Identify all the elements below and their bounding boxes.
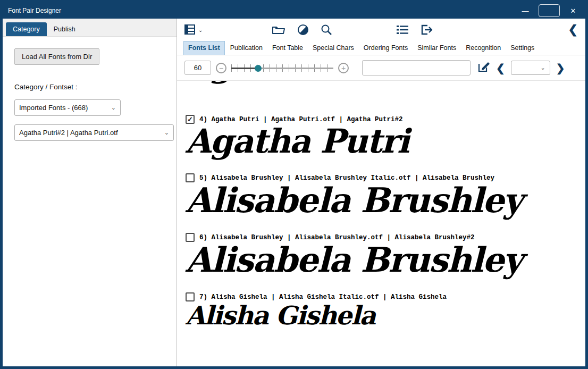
font-list-item: ✓ 4) Agatha Putri | Agatha Putri.otf | A…: [186, 115, 585, 158]
tab-category[interactable]: Category: [6, 22, 47, 36]
view-mode-dropdown-chevron[interactable]: ⌄: [198, 27, 203, 33]
window-title: Font Pair Designer: [3, 7, 513, 14]
main-panel: ⌄: [177, 19, 585, 366]
tab-recognition[interactable]: Recognition: [461, 41, 505, 55]
tab-publish[interactable]: Publish: [47, 22, 82, 36]
titlebar: Font Pair Designer — ✕: [3, 3, 585, 19]
prev-page-chevron-icon[interactable]: ❮: [495, 63, 506, 73]
list-details-icon[interactable]: [396, 24, 409, 35]
font-size-input[interactable]: [184, 61, 211, 75]
category-select-value: Imported Fonts - (668): [19, 104, 108, 112]
view-mode-icon[interactable]: [184, 24, 196, 35]
tab-ordering-fonts[interactable]: Ordering Fonts: [359, 41, 412, 55]
font-select[interactable]: Agatha Putri#2 | Agatha Putri.otf ⌄: [14, 124, 174, 141]
fonts-list: Agatha Putri ✓ 4) Agatha Putri | Agatha …: [177, 80, 585, 366]
font-preview[interactable]: Alisabela Brushley: [186, 242, 585, 278]
font-list-item: 7) Alisha Gishela | Alisha Gishela Itali…: [186, 292, 585, 330]
page-select[interactable]: ⌄: [511, 61, 550, 75]
font-list-item: 6) Alisabela Brushley | Alisabela Brushl…: [186, 233, 585, 278]
main-toolbar: ⌄: [177, 19, 585, 41]
window-controls: — ✕: [513, 3, 585, 19]
tab-settings[interactable]: Settings: [506, 41, 539, 55]
maximize-button[interactable]: [539, 4, 560, 17]
fontset-label: Category / Fontset :: [14, 83, 165, 91]
tab-publication[interactable]: Publication: [226, 41, 267, 55]
next-page-chevron-icon[interactable]: ❯: [555, 63, 566, 73]
tab-font-table[interactable]: Font Table: [268, 41, 307, 55]
increase-size-button[interactable]: +: [338, 63, 349, 73]
main-tabbar: Fonts List Publication Font Table Specia…: [177, 41, 585, 55]
chevron-down-icon: ⌄: [164, 129, 169, 136]
minimize-button[interactable]: —: [513, 3, 537, 19]
font-preview[interactable]: Agatha Putri: [186, 124, 585, 158]
tab-special-chars[interactable]: Special Chars: [308, 41, 358, 55]
load-all-fonts-button[interactable]: Load All Fonts from Dir: [14, 48, 99, 65]
font-list-item: 5) Alisabela Brushley | Alisabela Brushl…: [186, 173, 585, 218]
close-button[interactable]: ✕: [561, 3, 585, 19]
font-select-value: Agatha Putri#2 | Agatha Putri.otf: [19, 129, 161, 137]
tab-similar-fonts[interactable]: Similar Fonts: [413, 41, 460, 55]
slider-thumb[interactable]: [255, 65, 262, 72]
font-size-controls: − + ❮ ⌄ ❯: [177, 55, 585, 80]
chevron-down-icon: ⌄: [541, 64, 545, 71]
collapse-panel-chevron-icon[interactable]: ❮: [568, 24, 578, 36]
edit-text-icon[interactable]: [477, 61, 490, 74]
decrease-size-button[interactable]: −: [216, 63, 226, 73]
clipped-font-preview: Agatha Putri: [186, 81, 585, 100]
font-size-slider[interactable]: [231, 61, 333, 75]
font-preview[interactable]: Alisabela Brushley: [186, 182, 585, 218]
app-window: Font Pair Designer — ✕ Category Publish …: [0, 0, 588, 369]
search-text-input[interactable]: [362, 60, 471, 76]
tab-fonts-list[interactable]: Fonts List: [183, 41, 225, 55]
search-icon[interactable]: [321, 24, 332, 36]
chevron-down-icon: ⌄: [111, 104, 116, 111]
export-icon[interactable]: [421, 24, 433, 35]
font-label: 7) Alisha Gishela | Alisha Gishela Itali…: [199, 293, 447, 301]
open-folder-icon[interactable]: [272, 24, 285, 35]
slider-track: [231, 68, 333, 69]
sidebar: Category Publish Load All Fonts from Dir…: [3, 19, 177, 366]
contrast-icon[interactable]: [297, 24, 309, 36]
font-preview[interactable]: Alisha Gishela: [186, 301, 585, 330]
category-select[interactable]: Imported Fonts - (668) ⌄: [14, 99, 121, 116]
sidebar-tabbar: Category Publish: [3, 19, 177, 37]
